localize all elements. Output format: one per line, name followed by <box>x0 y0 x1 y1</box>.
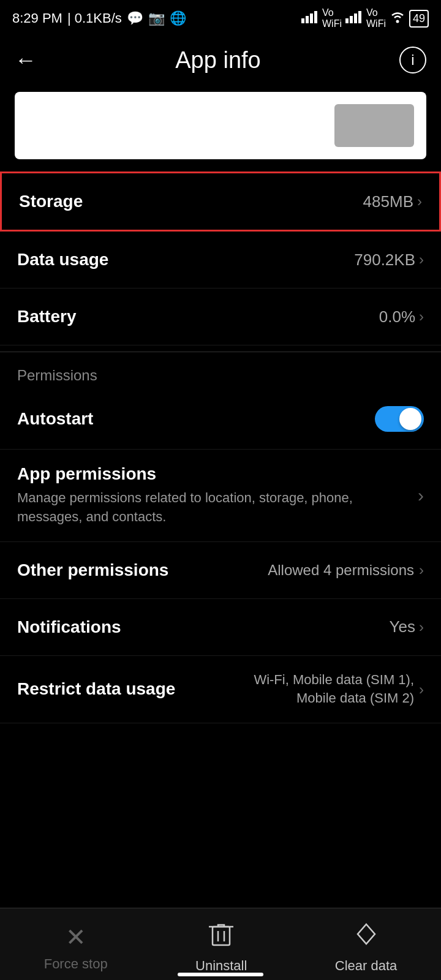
svg-rect-7 <box>358 11 361 23</box>
data-usage-row[interactable]: Data usage 790.2KB › <box>0 232 441 288</box>
other-permissions-label: Other permissions <box>17 560 168 580</box>
storage-chevron: › <box>417 193 422 210</box>
notifications-value: Yes › <box>390 617 424 636</box>
app-permissions-text: App permissions Manage permissions relat… <box>17 464 412 527</box>
app-icon <box>334 104 414 147</box>
svg-rect-6 <box>354 13 357 23</box>
vo-wifi-label-1: VoWiFi <box>322 7 342 29</box>
other-permissions-chevron: › <box>419 562 424 579</box>
svg-rect-3 <box>314 11 317 23</box>
restrict-data-usage-row[interactable]: Restrict data usage Wi-Fi, Mobile data (… <box>0 656 441 724</box>
autostart-toggle[interactable] <box>375 406 424 432</box>
app-permissions-row[interactable]: App permissions Manage permissions relat… <box>0 450 441 542</box>
other-permissions-row[interactable]: Other permissions Allowed 4 permissions … <box>0 542 441 599</box>
uninstall-icon <box>209 921 233 953</box>
status-right: VoWiFi VoWiFi 49 <box>301 7 429 29</box>
instagram-icon: 📷 <box>148 10 165 26</box>
chrome-icon: 🌐 <box>170 10 186 26</box>
toggle-knob <box>399 408 421 430</box>
svg-rect-4 <box>345 18 349 23</box>
svg-rect-2 <box>310 13 313 23</box>
status-left: 8:29 PM | 0.1KB/s 💬 📷 🌐 <box>12 10 186 26</box>
app-permissions-title: App permissions <box>17 464 412 484</box>
autostart-row[interactable]: Autostart <box>0 389 441 450</box>
data-usage-chevron: › <box>419 251 424 268</box>
force-stop-label: Force stop <box>44 956 108 972</box>
svg-point-8 <box>396 20 399 23</box>
back-button[interactable]: ← <box>15 47 37 73</box>
svg-rect-5 <box>350 16 353 23</box>
svg-rect-9 <box>213 927 230 945</box>
uninstall-action[interactable]: Uninstall <box>195 921 247 974</box>
clear-data-action[interactable]: Clear data <box>335 921 398 974</box>
restrict-data-chevron: › <box>419 679 424 700</box>
autostart-label: Autostart <box>17 409 93 429</box>
top-nav: ← App info i <box>0 34 441 86</box>
battery-indicator: 49 <box>409 10 429 28</box>
force-stop-action[interactable]: ✕ Force stop <box>44 923 108 972</box>
home-indicator <box>178 973 263 976</box>
storage-value: 485MB › <box>363 192 422 211</box>
restrict-data-usage-label: Restrict data usage <box>17 679 175 699</box>
data-usage-value: 790.2KB › <box>354 251 424 270</box>
restrict-data-usage-value: Wi-Fi, Mobile data (SIM 1), Mobile data … <box>228 671 424 709</box>
notifications-row[interactable]: Notifications Yes › <box>0 599 441 656</box>
whatsapp-icon: 💬 <box>127 10 143 26</box>
network-speed: | 0.1KB/s <box>67 10 122 26</box>
battery-value: 0.0% › <box>379 307 424 326</box>
info-button[interactable]: i <box>399 47 426 74</box>
signal-icon-2 <box>345 10 363 27</box>
storage-row[interactable]: Storage 485MB › <box>0 172 441 232</box>
wifi-icon <box>390 10 405 27</box>
permissions-section-header: Permissions <box>0 352 441 389</box>
bottom-action-bar: ✕ Force stop Uninstall Clear data <box>0 908 441 980</box>
force-stop-icon: ✕ <box>66 923 86 951</box>
signal-icon <box>301 10 318 27</box>
other-permissions-value: Allowed 4 permissions › <box>268 562 424 579</box>
clear-data-label: Clear data <box>335 958 398 974</box>
notifications-label: Notifications <box>17 617 121 637</box>
clear-data-icon <box>353 921 380 953</box>
page-title: App info <box>175 47 260 74</box>
notifications-chevron: › <box>419 619 424 636</box>
status-bar: 8:29 PM | 0.1KB/s 💬 📷 🌐 VoWiFi VoWiFi 49 <box>0 0 441 34</box>
battery-label: Battery <box>17 307 76 326</box>
app-banner <box>15 92 426 159</box>
app-permissions-chevron: › <box>418 485 424 506</box>
uninstall-label: Uninstall <box>195 958 247 974</box>
battery-chevron: › <box>419 308 424 325</box>
vo-wifi-label-2: VoWiFi <box>366 7 386 29</box>
app-permissions-desc: Manage permissions related to location, … <box>17 489 412 527</box>
svg-rect-1 <box>306 16 309 23</box>
battery-row[interactable]: Battery 0.0% › <box>0 288 441 345</box>
storage-label: Storage <box>19 192 83 211</box>
time-display: 8:29 PM <box>12 10 62 26</box>
data-usage-label: Data usage <box>17 250 108 270</box>
svg-rect-0 <box>301 18 304 23</box>
